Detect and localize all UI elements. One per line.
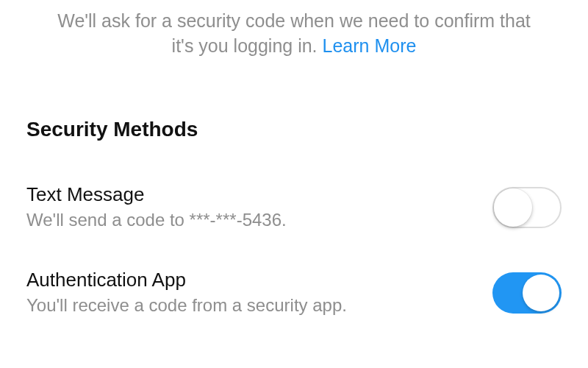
intro-body: We'll ask for a security code when we ne… [57,10,531,56]
method-text: Authentication App You'll receive a code… [26,268,475,318]
toggle-text-message[interactable] [492,187,562,228]
settings-panel: We'll ask for a security code when we ne… [0,0,588,318]
method-desc-text-message: We'll send a code to ***-***-5436. [26,208,475,232]
intro-text: We'll ask for a security code when we ne… [26,0,562,59]
method-text: Text Message We'll send a code to ***-**… [26,183,475,233]
section-heading-security-methods: Security Methods [26,118,562,141]
method-desc-auth-app: You'll receive a code from a security ap… [26,294,475,317]
method-row-text-message: Text Message We'll send a code to ***-**… [26,183,562,233]
method-title-text-message: Text Message [26,183,475,208]
toggle-knob [494,188,532,227]
learn-more-link[interactable]: Learn More [323,35,417,56]
toggle-knob [523,275,559,311]
toggle-auth-app[interactable] [492,272,562,314]
method-row-auth-app: Authentication App You'll receive a code… [26,268,562,318]
method-title-auth-app: Authentication App [26,268,475,293]
